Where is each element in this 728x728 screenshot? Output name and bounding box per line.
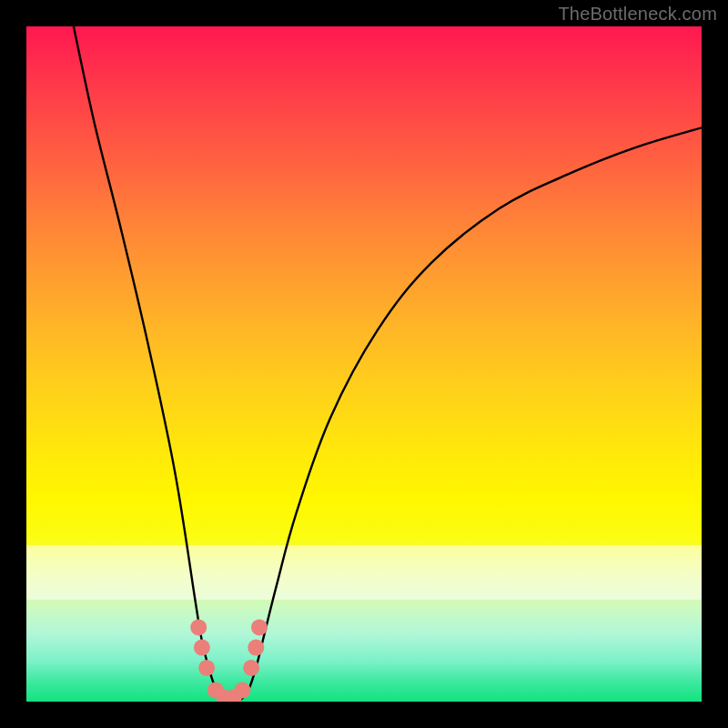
curve-marker xyxy=(251,619,268,635)
watermark-text: TheBottleneck.com xyxy=(558,4,717,25)
curve-marker xyxy=(216,690,232,703)
curve-marker xyxy=(194,640,210,656)
curve-marker xyxy=(248,640,264,656)
curve-marker xyxy=(207,682,224,698)
bottleneck-curve xyxy=(26,26,702,702)
curve-marker xyxy=(226,690,242,703)
curve-marker xyxy=(190,619,207,635)
curve-marker xyxy=(243,660,259,676)
highlight-band xyxy=(26,545,702,600)
curve-marker xyxy=(198,660,215,676)
curve-marker xyxy=(234,682,250,698)
chart-frame xyxy=(26,26,702,702)
